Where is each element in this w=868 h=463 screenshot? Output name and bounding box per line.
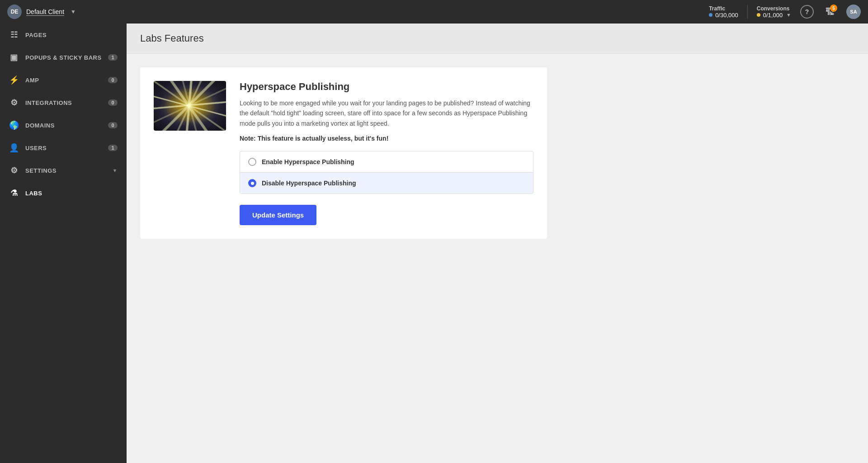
sidebar-item-amp[interactable]: ⚡ AMP 0	[0, 69, 127, 91]
sidebar-item-pages[interactable]: ☷ Pages	[0, 24, 127, 46]
sidebar-label-users: Users	[25, 145, 47, 151]
sidebar-item-labs[interactable]: ⚗ Labs	[0, 182, 127, 204]
radio-circle-enable	[248, 158, 256, 166]
radio-option-enable[interactable]: Enable Hyperspace Publishing	[240, 151, 533, 173]
labs-icon: ⚗	[9, 188, 19, 198]
popups-badge: 1	[108, 54, 118, 61]
settings-icon: ⚙	[9, 165, 19, 175]
sidebar-item-domains[interactable]: 🌎 Domains 0	[0, 114, 127, 137]
pages-icon: ☷	[9, 30, 19, 40]
feature-description: Looking to be more engaged while you wai…	[240, 98, 533, 128]
page-title: Labs Features	[140, 33, 854, 44]
conversions-dot-icon	[757, 13, 760, 17]
amp-badge: 0	[108, 77, 118, 83]
traffic-value: 0/30,000	[715, 12, 738, 19]
update-settings-button[interactable]: Update Settings	[240, 205, 316, 225]
integrations-badge: 0	[108, 99, 118, 106]
settings-chevron-icon: ▼	[113, 168, 118, 173]
sidebar-item-popups[interactable]: ▣ Popups & Sticky Bars 1	[0, 46, 127, 69]
conversions-value: 0/1,000	[763, 12, 783, 19]
sidebar: ☷ Pages ▣ Popups & Sticky Bars 1 ⚡ AMP 0…	[0, 24, 127, 463]
feature-info: Hyperspace Publishing Looking to be more…	[240, 81, 533, 225]
metric-divider	[747, 5, 748, 19]
traffic-dot-icon	[709, 13, 712, 17]
topnav-left: DE Default Client ▼	[7, 5, 76, 19]
sidebar-label-domains: Domains	[25, 122, 55, 129]
feature-image	[154, 81, 226, 131]
popups-icon: ▣	[9, 52, 19, 62]
sidebar-item-integrations[interactable]: ⚙ Integrations 0	[0, 91, 127, 114]
radio-circle-disable	[248, 179, 256, 187]
sidebar-label-popups: Popups & Sticky Bars	[25, 54, 102, 61]
sidebar-label-pages: Pages	[25, 32, 47, 38]
user-avatar[interactable]: SA	[846, 5, 861, 19]
layout: ☷ Pages ▣ Popups & Sticky Bars 1 ⚡ AMP 0…	[0, 24, 868, 463]
feature-note: Note: This feature is actually useless, …	[240, 135, 533, 142]
domains-icon: 🌎	[9, 120, 19, 130]
users-icon: 👤	[9, 143, 19, 153]
traffic-metric: Traffic 0/30,000	[709, 5, 738, 19]
feature-title: Hyperspace Publishing	[240, 81, 533, 93]
sidebar-label-amp: AMP	[25, 77, 39, 84]
radio-label-enable: Enable Hyperspace Publishing	[262, 158, 354, 165]
topnav-right: Traffic 0/30,000 Conversions 0/1,000 ▼ ?…	[709, 5, 861, 19]
client-avatar: DE	[7, 5, 22, 19]
help-button[interactable]: ?	[800, 5, 814, 19]
sidebar-label-settings: Settings	[25, 167, 57, 174]
notification-badge: 5	[830, 5, 837, 12]
hyperspace-image	[154, 81, 226, 131]
topnav: DE Default Client ▼ Traffic 0/30,000 Con…	[0, 0, 868, 24]
sidebar-label-integrations: Integrations	[25, 99, 72, 106]
integrations-icon: ⚙	[9, 98, 19, 108]
amp-icon: ⚡	[9, 75, 19, 85]
radio-option-disable[interactable]: Disable Hyperspace Publishing	[240, 173, 533, 194]
radio-label-disable: Disable Hyperspace Publishing	[262, 180, 356, 187]
notification-button[interactable]: 🏗 5	[823, 5, 837, 19]
conversions-dropdown-icon[interactable]: ▼	[786, 12, 791, 18]
sidebar-item-users[interactable]: 👤 Users 1	[0, 137, 127, 159]
domains-badge: 0	[108, 122, 118, 128]
sidebar-item-settings[interactable]: ⚙ Settings ▼	[0, 159, 127, 182]
labs-card: Hyperspace Publishing Looking to be more…	[140, 67, 547, 239]
labs-feature: Hyperspace Publishing Looking to be more…	[154, 81, 533, 225]
sidebar-label-labs: Labs	[25, 190, 42, 197]
main-content: Labs Features Hyperspace Publishing Look…	[127, 24, 868, 463]
page-content: Hyperspace Publishing Looking to be more…	[127, 54, 868, 252]
client-name[interactable]: Default Client	[26, 8, 64, 16]
client-dropdown-icon[interactable]: ▼	[71, 9, 76, 15]
conversions-metric: Conversions 0/1,000 ▼	[757, 5, 791, 19]
radio-group: Enable Hyperspace Publishing Disable Hyp…	[240, 151, 533, 194]
page-header: Labs Features	[127, 24, 868, 54]
users-badge: 1	[108, 145, 118, 151]
